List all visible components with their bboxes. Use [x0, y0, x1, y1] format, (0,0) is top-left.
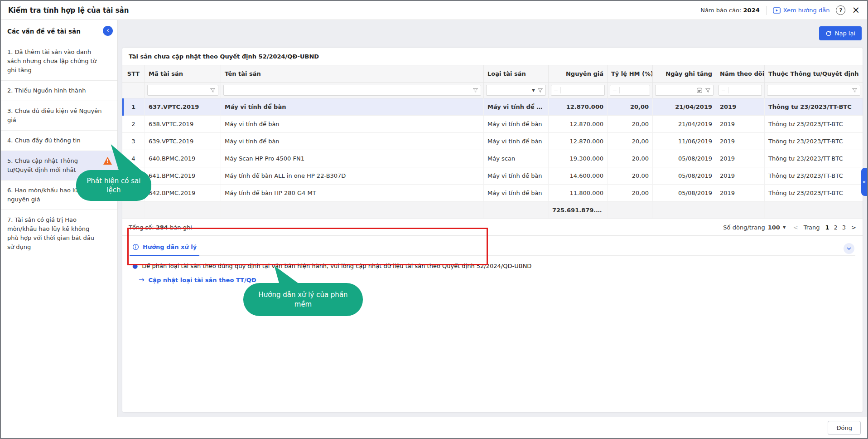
panel-expand-handle[interactable]: « — [861, 168, 867, 196]
rows-per-page[interactable]: Số dòng/trang 100 ▼ — [723, 224, 786, 231]
chevron-down-icon: ▼ — [783, 225, 786, 229]
sidebar-item-1[interactable]: 1. Đã thêm tài sản vào danh sách nhưng c… — [1, 42, 117, 80]
table-cell: Máy tính để bàn HP 280 G4 MT — [221, 185, 484, 202]
filter-input-name[interactable] — [226, 87, 470, 94]
table-cell: Máy tính để bàn ALL in one HP 22-B307D — [221, 167, 484, 185]
column-header[interactable]: Tên tài sản — [221, 65, 484, 83]
table-row[interactable]: 5641.BPMC.2019Máy tính để bàn ALL in one… — [122, 167, 863, 185]
arrow-right-icon: → — [139, 276, 145, 284]
column-header[interactable]: Ngày ghi tăng — [653, 65, 716, 83]
table-cell: Máy vi tính để bàn — [484, 185, 549, 202]
sidebar-item-4[interactable]: 4. Chưa đầy đủ thông tin — [1, 130, 117, 151]
table-cell: 2019 — [716, 116, 765, 133]
filter-input-rate[interactable] — [622, 87, 647, 94]
next-page-button[interactable]: > — [851, 224, 856, 231]
chevron-down-icon[interactable]: ▼ — [532, 88, 535, 93]
table-cell: 2 — [122, 116, 145, 133]
sidebar-item-label: 5. Chưa cập nhật Thông tư/Quyết định mới… — [7, 157, 78, 173]
view-guide-link[interactable]: Xem hướng dẫn — [773, 7, 830, 14]
column-header[interactable]: Mã tài sản — [145, 65, 221, 83]
filter-input-year[interactable] — [731, 87, 759, 94]
callout-software-guide: Hướng dẫn xử lý của phần mềm — [243, 283, 363, 316]
table-cell: 20,00 — [608, 185, 653, 202]
table-header-row: STTMã tài sảnTên tài sảnLoại tài sảnNguy… — [122, 65, 863, 83]
filter-input-date[interactable] — [658, 87, 694, 94]
info-icon — [132, 244, 139, 250]
table-row[interactable]: 4640.BPMC.2019Máy Scan HP Pro 4500 FN1Má… — [122, 150, 863, 167]
filter-input-cost[interactable] — [563, 87, 602, 94]
filter-cell-name — [221, 83, 484, 98]
column-header[interactable]: Năm theo dõi — [716, 65, 765, 83]
close-button[interactable]: Đóng — [828, 421, 861, 435]
guidance-bullet: ● Để phân loại tài sản theo đúng quy địn… — [130, 256, 855, 269]
toolbar: Nạp lại — [118, 20, 867, 48]
table-cell: Máy vi tính để bàn — [484, 98, 549, 116]
filter-select-type[interactable] — [489, 87, 530, 94]
sidebar-item-label: 4. Chưa đầy đủ thông tin — [7, 137, 81, 144]
equals-operator[interactable]: = — [554, 87, 561, 93]
filter-funnel-icon[interactable] — [852, 88, 858, 93]
filter-input-circular[interactable] — [770, 87, 849, 94]
table-cell: 2019 — [716, 185, 765, 202]
calendar-icon[interactable] — [696, 87, 703, 93]
video-icon — [773, 7, 781, 14]
table-row[interactable]: 3639.VPTC.2019Máy vi tính để bànMáy vi t… — [122, 133, 863, 150]
guidance-panel: Hướng dẫn xử lý ● Để phân loại tài sản t… — [122, 236, 863, 290]
sidebar-title: Các vấn đề về tài sản — [1, 20, 117, 42]
filter-cell-circular — [765, 83, 863, 98]
table-row[interactable]: 2638.VPTC.2019Máy vi tính để bànMáy vi t… — [122, 116, 863, 133]
table-cell: 12.870.000 — [549, 116, 608, 133]
table-cell: 21/04/2019 — [653, 116, 716, 133]
filter-funnel-icon[interactable] — [210, 88, 216, 93]
filter-cell-stt — [122, 83, 145, 98]
sidebar-item-3[interactable]: 3. Chưa đủ điều kiện về Nguyên giá — [1, 101, 117, 130]
filter-funnel-icon[interactable] — [705, 88, 711, 93]
column-header[interactable]: Thuộc Thông tư/Quyết định — [765, 65, 863, 83]
filter-input-code[interactable] — [150, 87, 207, 94]
page-button-1[interactable]: 1 — [825, 224, 829, 231]
callout-mismatch: Phát hiện có sai lệch — [76, 170, 151, 201]
table-row[interactable]: 6642.BPMC.2019Máy tính để bàn HP 280 G4 … — [122, 185, 863, 202]
asset-table-card: Tài sản chưa cập nhật theo Quyết định 52… — [122, 48, 863, 412]
table-cell: 11/06/2019 — [653, 133, 716, 150]
page-button-2[interactable]: 2 — [834, 224, 838, 231]
page-label: Trang — [804, 224, 820, 231]
guidance-tab[interactable]: Hướng dẫn xử lý — [130, 239, 199, 256]
table-row[interactable]: 1637.VPTC.2019Máy vi tính để bànMáy vi t… — [122, 98, 863, 116]
collapse-guidance-button[interactable] — [844, 243, 854, 254]
sidebar-item-label: 1. Đã thêm tài sản vào danh sách nhưng c… — [7, 49, 96, 73]
divider — [766, 6, 767, 15]
bottombar: Đóng — [1, 417, 867, 438]
table-cell: 2019 — [716, 150, 765, 167]
table-cell: 641.BPMC.2019 — [145, 167, 221, 185]
reload-button[interactable]: Nạp lại — [819, 26, 862, 40]
column-header[interactable]: Loại tài sản — [484, 65, 549, 83]
guidance-action-link[interactable]: → Cập nhật loại tài sản theo TT/QĐ — [136, 269, 855, 290]
report-year-label: Năm báo cáo: — [700, 7, 741, 14]
sidebar: Các vấn đề về tài sản ‹ 1. Đã thêm tài s… — [1, 20, 118, 417]
report-year-value: 2024 — [743, 7, 760, 14]
column-header[interactable]: Nguyên giá — [549, 65, 608, 83]
sidebar-collapse-button[interactable]: ‹ — [103, 26, 113, 36]
prev-page-button[interactable]: < — [793, 224, 798, 231]
table-cell: 639.VPTC.2019 — [145, 133, 221, 150]
sidebar-item-label: 2. Thiếu Nguồn hình thành — [7, 87, 86, 94]
table-cell: Thông tư 23/2023/TT-BTC — [765, 167, 863, 185]
sidebar-item-7[interactable]: 7. Tài sản có giá trị Hao mòn/khấu hao l… — [1, 210, 117, 257]
table-cell: 14.600.000 — [549, 167, 608, 185]
table-cell: 20,00 — [608, 116, 653, 133]
close-icon[interactable]: × — [852, 5, 860, 15]
help-icon[interactable]: ? — [836, 5, 845, 15]
table-cell: Máy vi tính để bàn — [484, 133, 549, 150]
equals-operator[interactable]: = — [612, 87, 620, 93]
equals-operator[interactable]: = — [721, 87, 728, 93]
filter-cell-type: ▼ — [484, 83, 549, 98]
filter-funnel-icon[interactable] — [537, 88, 543, 93]
page-button-3[interactable]: 3 — [842, 224, 846, 231]
bullet-dot: ● — [132, 262, 138, 269]
table-cell: Máy Scan HP Pro 4500 FN1 — [221, 150, 484, 167]
filter-funnel-icon[interactable] — [473, 88, 478, 93]
column-header[interactable]: Tỷ lệ HM (%) — [608, 65, 653, 83]
column-header[interactable]: STT — [122, 65, 145, 83]
sidebar-item-2[interactable]: 2. Thiếu Nguồn hình thành — [1, 80, 117, 101]
